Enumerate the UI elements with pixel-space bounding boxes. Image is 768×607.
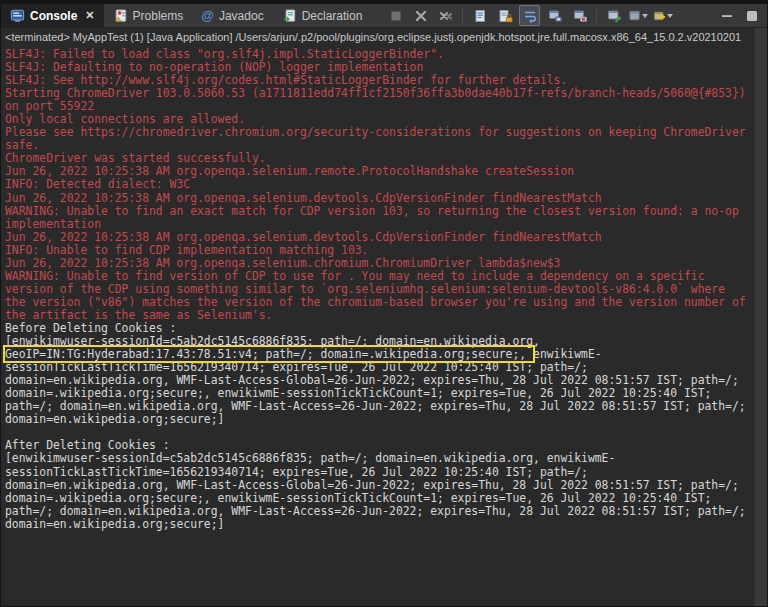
vertical-scrollbar[interactable] bbox=[754, 28, 767, 606]
declaration-icon bbox=[282, 9, 297, 23]
terminate-button[interactable] bbox=[385, 5, 406, 26]
tab-label-problems: Problems bbox=[133, 9, 184, 23]
console-process-header: <terminated> MyAppTest (1) [Java Applica… bbox=[1, 28, 767, 47]
problems-icon bbox=[113, 9, 128, 23]
view-tabbar: Console ✕ Problems @ Javadoc bbox=[1, 1, 767, 28]
toolbar-separator bbox=[596, 8, 597, 23]
close-icon[interactable]: ✕ bbox=[85, 9, 94, 22]
word-wrap-button[interactable] bbox=[519, 5, 540, 26]
console-line: Starting ChromeDriver 103.0.5060.53 (a17… bbox=[5, 87, 749, 113]
console-line: Please see https://chromedriver.chromium… bbox=[5, 126, 749, 152]
minimize-button[interactable] bbox=[716, 5, 737, 26]
tab-label-declaration: Declaration bbox=[302, 9, 363, 23]
console-line: [enwikimwuser-sessionId=c5ab2dc5145c6886… bbox=[5, 335, 749, 426]
show-stdout-changed-button[interactable] bbox=[544, 5, 565, 26]
tab-console[interactable]: Console ✕ bbox=[1, 4, 104, 27]
console-line: INFO: Detected dialect: W3C bbox=[5, 178, 749, 191]
console-line: Jun 26, 2022 10:25:38 AM org.openqa.sele… bbox=[5, 257, 749, 270]
console-line: Jun 26, 2022 10:25:38 AM org.openqa.sele… bbox=[5, 231, 749, 244]
remove-launch-button[interactable] bbox=[410, 5, 431, 26]
open-console-button[interactable] bbox=[653, 5, 674, 26]
remove-all-terminated-button[interactable] bbox=[435, 5, 456, 26]
console-text-segment: [enwikimwuser-sessionId=c5ab2dc5145c6886… bbox=[5, 334, 547, 348]
tab-label-console: Console bbox=[30, 9, 77, 23]
console-output[interactable]: SLF4J: Failed to load class "org.slf4j.i… bbox=[1, 47, 767, 531]
clear-console-button[interactable] bbox=[469, 5, 490, 26]
display-selected-console-button[interactable] bbox=[628, 5, 649, 26]
scroll-lock-button[interactable] bbox=[494, 5, 515, 26]
toolbar-separator bbox=[462, 8, 463, 23]
highlighted-cookie-annotation: GeoIP=IN:TG:Hyderabad:17.43:78.51:v4; pa… bbox=[5, 347, 533, 361]
tab-label-javadoc: Javadoc bbox=[219, 9, 264, 23]
console-line: [enwikimwuser-sessionId=c5ab2dc5145c6886… bbox=[5, 452, 749, 530]
console-toolbar bbox=[385, 4, 767, 27]
maximize-button[interactable] bbox=[741, 5, 762, 26]
eclipse-console-view-window: Console ✕ Problems @ Javadoc bbox=[0, 0, 768, 607]
console-line: WARNING: Unable to find an exact match f… bbox=[5, 205, 749, 231]
tab-problems[interactable]: Problems bbox=[104, 4, 193, 27]
console-area[interactable]: <terminated> MyAppTest (1) [Java Applica… bbox=[1, 28, 767, 606]
console-line: INFO: Unable to find CDP implementation … bbox=[5, 244, 749, 257]
console-line: Jun 26, 2022 10:25:38 AM org.openqa.sele… bbox=[5, 192, 749, 205]
javadoc-at-icon: @ bbox=[201, 9, 214, 22]
pin-console-button[interactable] bbox=[603, 5, 624, 26]
console-line: WARNING: Unable to find version of CDP t… bbox=[5, 270, 749, 322]
console-icon bbox=[10, 9, 25, 23]
tab-declaration[interactable]: Declaration bbox=[273, 4, 372, 27]
chevron-down-icon bbox=[667, 14, 673, 18]
show-stderr-changed-button[interactable] bbox=[569, 5, 590, 26]
tab-javadoc[interactable]: @ Javadoc bbox=[192, 4, 272, 27]
chevron-down-icon bbox=[642, 14, 648, 18]
